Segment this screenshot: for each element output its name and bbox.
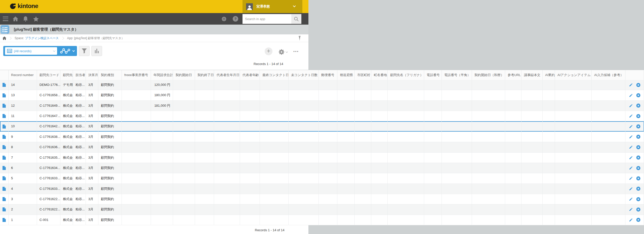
record-open-link[interactable] — [0, 184, 9, 194]
record-open-link[interactable] — [0, 204, 9, 214]
header-cell-freee_office_no[interactable]: freee事業所番号 — [122, 70, 151, 80]
app-settings-button[interactable] — [278, 49, 288, 55]
header-cell-postal_code[interactable]: 郵便番号 — [319, 70, 337, 80]
edit-record-button[interactable] — [629, 145, 633, 149]
record-open-link[interactable] — [0, 153, 9, 163]
header-cell-contract_start_wareki[interactable]: 契約開始日（和暦） — [472, 70, 505, 80]
header-cell-phone_half[interactable]: 電話番号（半角） — [442, 70, 472, 80]
header-cell-minutes_body[interactable]: 議事録本文 — [521, 70, 543, 80]
edit-record-button[interactable] — [629, 93, 633, 97]
cell-fiscal_month: 3月 — [86, 80, 98, 90]
breadcrumb-home-icon[interactable] — [3, 36, 6, 40]
header-cell-city[interactable]: 市区町村 — [355, 70, 371, 80]
user-menu[interactable]: 宮澤孝慈 — [243, 0, 302, 13]
favorites-button[interactable] — [32, 13, 40, 25]
edit-record-button[interactable] — [629, 197, 633, 201]
cell-name: 株式会... — [60, 132, 73, 142]
space-link[interactable]: プラグイン検証スペース — [25, 36, 59, 40]
delete-record-button[interactable] — [636, 83, 640, 87]
pin-button[interactable] — [298, 36, 301, 41]
header-cell-rep_birthday[interactable]: 代表者生年月日 — [214, 70, 240, 80]
record-open-link[interactable] — [0, 121, 9, 131]
delete-record-button[interactable] — [636, 124, 640, 129]
header-cell-contract_end[interactable]: 契約終了日 — [195, 70, 214, 80]
kintone-logo[interactable]: kintone — [10, 3, 38, 10]
edit-record-button[interactable] — [629, 135, 633, 139]
edit-record-button[interactable] — [629, 114, 633, 118]
delete-record-button[interactable] — [636, 135, 640, 139]
header-cell-code[interactable]: 顧問先コード — [37, 70, 60, 80]
home-button[interactable] — [12, 13, 19, 25]
cell-name: 株式会... — [60, 215, 73, 225]
help-button[interactable]: ? — [231, 13, 239, 25]
header-cell-contract_type[interactable]: 契約種別 — [98, 70, 122, 80]
record-open-link[interactable] — [0, 111, 9, 121]
delete-record-button[interactable] — [636, 197, 640, 201]
view-selector[interactable]: (All records) — [3, 46, 77, 56]
app-icon[interactable] — [1, 25, 9, 34]
header-cell-address[interactable]: 町名番地 — [371, 70, 388, 80]
edit-record-button[interactable] — [629, 125, 633, 129]
header-cell-name_kana[interactable]: 顧問先名（フリガナ） — [388, 70, 424, 80]
search-button[interactable] — [291, 14, 301, 24]
edit-record-button[interactable] — [629, 207, 633, 211]
header-cell-name[interactable]: 顧問先名 — [60, 70, 73, 80]
header-cell-ai_action_items[interactable]: AIアクションアイテム — [555, 70, 592, 80]
record-open-link[interactable] — [0, 173, 9, 183]
chart-button[interactable] — [91, 46, 102, 56]
record-open-link[interactable] — [0, 101, 9, 111]
add-record-button[interactable]: + — [265, 47, 272, 55]
edit-record-button[interactable] — [629, 156, 633, 160]
header-cell-rep_age[interactable]: 代表者年齢 — [240, 70, 260, 80]
edit-record-button[interactable] — [629, 187, 633, 191]
search-input[interactable] — [243, 14, 291, 24]
header-cell-contract_start[interactable]: 契約開始日 — [173, 70, 195, 80]
header-cell-ref_url[interactable]: 参考URL — [505, 70, 521, 80]
delete-record-button[interactable] — [636, 103, 640, 108]
delete-record-button[interactable] — [636, 187, 640, 191]
app-breadcrumb-label[interactable]: App: [plugTest] 顧客管理（顧問先マスタ） — [67, 36, 125, 40]
edit-record-button[interactable] — [629, 83, 633, 87]
edit-record-button[interactable] — [629, 104, 633, 108]
row-actions — [625, 153, 644, 163]
menu-button[interactable] — [2, 13, 9, 25]
edit-record-button[interactable] — [629, 166, 633, 170]
delete-record-button[interactable] — [636, 218, 640, 222]
delete-record-button[interactable] — [636, 166, 640, 170]
view-name: (All records) — [14, 49, 53, 53]
record-open-link[interactable] — [0, 215, 9, 225]
delete-record-button[interactable] — [636, 145, 640, 149]
settings-button[interactable] — [220, 13, 228, 25]
cell-ai_input_candidate — [592, 215, 625, 225]
delete-record-button[interactable] — [636, 155, 640, 160]
edit-record-button[interactable] — [629, 176, 633, 180]
cell-address — [371, 90, 388, 100]
record-open-link[interactable] — [0, 90, 9, 100]
delete-record-button[interactable] — [636, 114, 640, 118]
delete-record-button[interactable] — [636, 207, 640, 212]
delete-record-button[interactable] — [636, 176, 640, 181]
header-cell-phone[interactable]: 電話番号 — [424, 70, 442, 80]
header-cell-staff[interactable]: 担当者 — [73, 70, 86, 80]
record-open-link[interactable] — [0, 132, 9, 142]
record-open-link[interactable] — [0, 142, 9, 152]
cell-contract_type: 顧問契約 — [98, 163, 122, 173]
header-cell-last_contact[interactable]: 最終コンタクト日 — [260, 70, 289, 80]
header-cell-annual_billing[interactable]: 年間請求合計 — [151, 70, 173, 80]
header-cell-ai_input_candidate[interactable]: AI入力候補（参考） — [592, 70, 625, 80]
header-cell-ai_summary[interactable]: AI要約 — [543, 70, 555, 80]
header-cell-no_contact_days[interactable]: 未コンタクト日数 — [289, 70, 319, 80]
record-open-link[interactable] — [0, 194, 9, 204]
view-select-box[interactable]: (All records) — [5, 47, 57, 55]
process-management-button[interactable] — [57, 48, 77, 54]
header-cell-record_number[interactable]: Record number — [9, 70, 37, 80]
more-options-button[interactable]: ••• — [293, 49, 299, 53]
header-cell-prefecture[interactable]: 都道府県 — [337, 70, 355, 80]
edit-record-button[interactable] — [629, 218, 633, 222]
notifications-button[interactable] — [22, 13, 29, 25]
record-open-link[interactable] — [0, 163, 9, 173]
delete-record-button[interactable] — [636, 93, 640, 97]
record-open-link[interactable] — [0, 80, 9, 90]
header-cell-fiscal_month[interactable]: 決算月 — [86, 70, 98, 80]
filter-button[interactable] — [79, 46, 90, 56]
